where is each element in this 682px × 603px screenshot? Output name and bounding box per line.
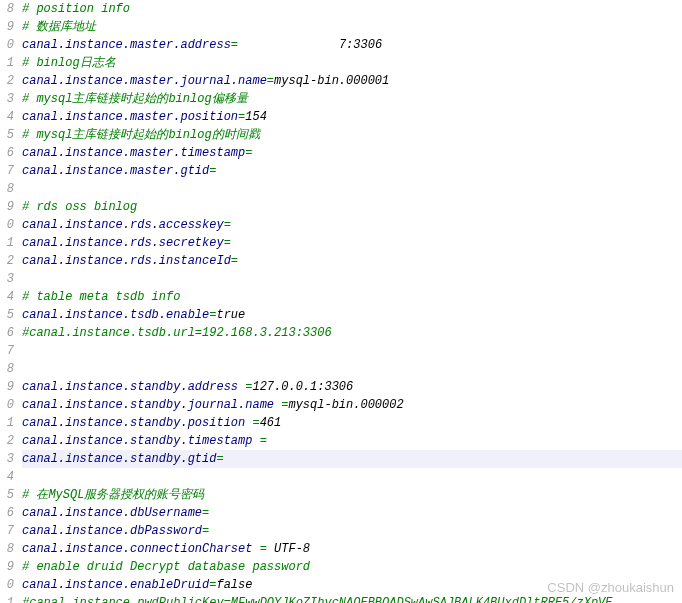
line-number: 8 bbox=[0, 360, 14, 378]
watermark: CSDN @zhoukaishun bbox=[547, 579, 674, 597]
property-value: UTF-8 bbox=[274, 542, 310, 556]
property-value: mysql-bin.000002 bbox=[288, 398, 403, 412]
line-number: 9 bbox=[0, 198, 14, 216]
equals: = bbox=[231, 38, 238, 52]
property-key: canal.instance.master.position bbox=[22, 110, 238, 124]
code-line bbox=[22, 342, 682, 360]
comment: # 数据库地址 bbox=[22, 20, 96, 34]
property-key: canal.instance.enableDruid bbox=[22, 578, 209, 592]
property-value: 461 bbox=[260, 416, 282, 430]
property-key: canal.instance.rds.accesskey bbox=[22, 218, 224, 232]
line-number: 8 bbox=[0, 180, 14, 198]
code-line: # enable druid Decrypt database password bbox=[22, 558, 682, 576]
property-key: canal.instance.standby.journal.name bbox=[22, 398, 281, 412]
line-number: 1 bbox=[0, 594, 14, 603]
equals: = bbox=[209, 164, 216, 178]
code-line: canal.instance.standby.timestamp = bbox=[22, 432, 682, 450]
code-line: canal.instance.standby.journal.name =mys… bbox=[22, 396, 682, 414]
code-line: canal.instance.standby.address =127.0.0.… bbox=[22, 378, 682, 396]
property-key: canal.instance.standby.gtid bbox=[22, 452, 216, 466]
code-line: # table meta tsdb info bbox=[22, 288, 682, 306]
code-line: #canal.instance.tsdb.url=192.168.3.213:3… bbox=[22, 324, 682, 342]
comment: #canal.instance.pwdPublicKey=MFwwDQYJKoZ… bbox=[22, 596, 613, 603]
line-number: 4 bbox=[0, 288, 14, 306]
equals: = bbox=[267, 74, 274, 88]
comment: # enable druid Decrypt database password bbox=[22, 560, 310, 574]
equals: = bbox=[260, 542, 274, 556]
property-key: canal.instance.standby.timestamp bbox=[22, 434, 260, 448]
property-key: canal.instance.standby.position bbox=[22, 416, 252, 430]
line-number: 5 bbox=[0, 306, 14, 324]
line-number: 7 bbox=[0, 522, 14, 540]
code-line: # mysql主库链接时起始的binlog偏移量 bbox=[22, 90, 682, 108]
line-number: 2 bbox=[0, 252, 14, 270]
code-line: canal.instance.standby.gtid= bbox=[22, 450, 682, 468]
line-number: 8 bbox=[0, 0, 14, 18]
property-value: false bbox=[216, 578, 252, 592]
code-line bbox=[22, 360, 682, 378]
line-number: 1 bbox=[0, 54, 14, 72]
code-line: canal.instance.standby.position =461 bbox=[22, 414, 682, 432]
line-number: 2 bbox=[0, 72, 14, 90]
line-number: 3 bbox=[0, 450, 14, 468]
line-number: 0 bbox=[0, 396, 14, 414]
property-key: canal.instance.master.address bbox=[22, 38, 231, 52]
code-line: canal.instance.rds.accesskey= bbox=[22, 216, 682, 234]
code-line: # rds oss binlog bbox=[22, 198, 682, 216]
code-line: canal.instance.master.journal.name=mysql… bbox=[22, 72, 682, 90]
code-area: # position info# 数据库地址canal.instance.mas… bbox=[16, 0, 682, 603]
property-key: canal.instance.master.timestamp bbox=[22, 146, 245, 160]
property-key: canal.instance.connectionCharset bbox=[22, 542, 260, 556]
code-line: canal.instance.dbUsername= bbox=[22, 504, 682, 522]
code-line: # 数据库地址 bbox=[22, 18, 682, 36]
code-line: # binlog日志名 bbox=[22, 54, 682, 72]
line-number: 0 bbox=[0, 36, 14, 54]
comment: # 在MySQL服务器授权的账号密码 bbox=[22, 488, 204, 502]
code-line: canal.instance.master.gtid= bbox=[22, 162, 682, 180]
line-number: 1 bbox=[0, 414, 14, 432]
line-number: 8 bbox=[0, 540, 14, 558]
code-line: canal.instance.dbPassword= bbox=[22, 522, 682, 540]
line-number: 0 bbox=[0, 216, 14, 234]
code-line: canal.instance.rds.instanceId= bbox=[22, 252, 682, 270]
line-number: 0 bbox=[0, 576, 14, 594]
property-key: canal.instance.rds.secretkey bbox=[22, 236, 224, 250]
code-editor: 8901234567890123456789012345678901 # pos… bbox=[0, 0, 682, 603]
line-number: 6 bbox=[0, 324, 14, 342]
line-number: 9 bbox=[0, 18, 14, 36]
comment: # binlog日志名 bbox=[22, 56, 116, 70]
line-number: 6 bbox=[0, 504, 14, 522]
equals: = bbox=[260, 434, 267, 448]
line-number: 3 bbox=[0, 270, 14, 288]
code-line: # 在MySQL服务器授权的账号密码 bbox=[22, 486, 682, 504]
line-number: 9 bbox=[0, 378, 14, 396]
code-line: canal.instance.master.address= 7:3306 bbox=[22, 36, 682, 54]
equals: = bbox=[231, 254, 238, 268]
line-number-gutter: 8901234567890123456789012345678901 bbox=[0, 0, 16, 603]
code-line: # position info bbox=[22, 0, 682, 18]
equals: = bbox=[245, 146, 252, 160]
comment: # rds oss binlog bbox=[22, 200, 137, 214]
equals: = bbox=[224, 236, 231, 250]
line-number: 1 bbox=[0, 234, 14, 252]
property-value: 154 bbox=[245, 110, 267, 124]
code-line bbox=[22, 180, 682, 198]
line-number: 5 bbox=[0, 126, 14, 144]
property-key: canal.instance.master.gtid bbox=[22, 164, 209, 178]
line-number: 4 bbox=[0, 108, 14, 126]
code-line: canal.instance.master.position=154 bbox=[22, 108, 682, 126]
equals: = bbox=[252, 416, 259, 430]
redacted-value bbox=[209, 524, 216, 538]
redacted-value bbox=[209, 506, 216, 520]
property-key: canal.instance.rds.instanceId bbox=[22, 254, 231, 268]
line-number: 4 bbox=[0, 468, 14, 486]
line-number: 6 bbox=[0, 144, 14, 162]
property-key: canal.instance.standby.address bbox=[22, 380, 245, 394]
comment: # mysql主库链接时起始的binlog的时间戳 bbox=[22, 128, 260, 142]
equals: = bbox=[224, 218, 231, 232]
code-line: canal.instance.rds.secretkey= bbox=[22, 234, 682, 252]
code-line bbox=[22, 270, 682, 288]
property-key: canal.instance.dbUsername bbox=[22, 506, 202, 520]
code-line: # mysql主库链接时起始的binlog的时间戳 bbox=[22, 126, 682, 144]
line-number: 2 bbox=[0, 432, 14, 450]
